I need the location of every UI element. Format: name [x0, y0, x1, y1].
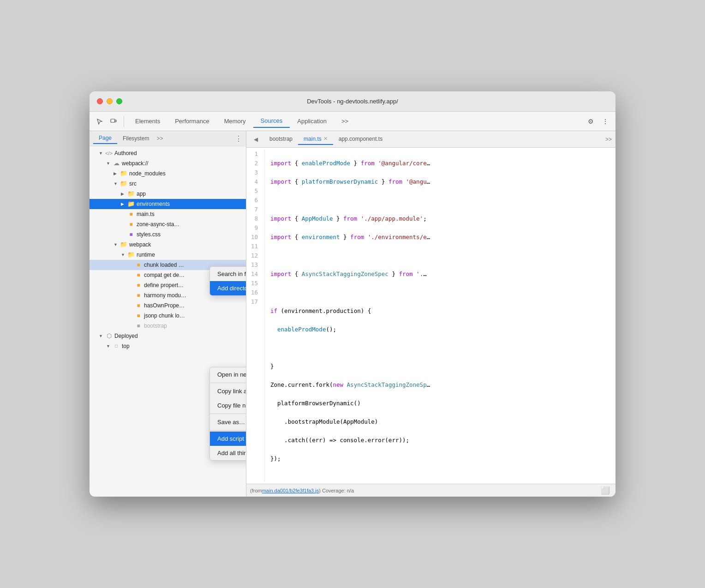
src-icon: 📁 — [120, 180, 127, 187]
tree-arrow-runtime: ▼ — [121, 252, 127, 257]
ctx-separator-3 — [210, 430, 246, 431]
panel-more-tabs[interactable]: >> — [156, 135, 163, 142]
deployed-label: Deployed — [114, 333, 138, 339]
maximize-button[interactable] — [116, 98, 122, 104]
ctx-copy-file-name[interactable]: Copy file name — [210, 398, 246, 413]
webpack-root-icon: ☁ — [113, 160, 120, 167]
cursor-icon[interactable] — [93, 115, 106, 128]
tree-item-runtime[interactable]: ▼ 📁 runtime — [90, 250, 246, 260]
devtools-window: DevTools - ng-devtools.netlify.app/ Elem… — [90, 91, 615, 497]
tree-item-webpack-root[interactable]: ▼ ☁ webpack:// — [90, 158, 246, 168]
runtime-label: runtime — [137, 252, 155, 258]
status-link[interactable]: main.da001/b2fe3f1fa3.js — [262, 488, 319, 493]
editor-tab-main-ts[interactable]: main.ts ✕ — [298, 134, 333, 145]
main-content: Page Filesystem >> ⋮ ▼ </> Authored ▼ ☁ … — [90, 131, 615, 497]
tree-item-src[interactable]: ▼ 📁 src — [90, 179, 246, 189]
node-modules-icon: 📁 — [120, 170, 127, 177]
device-icon[interactable] — [107, 115, 120, 128]
tab-elements[interactable]: Elements — [128, 115, 167, 127]
panel-tab-page[interactable]: Page — [93, 133, 117, 144]
authored-icon: </> — [105, 150, 113, 157]
tree-item-app[interactable]: ▶ 📁 app — [90, 189, 246, 199]
tab-application[interactable]: Application — [290, 115, 334, 127]
ctx-open-new-tab[interactable]: Open in new tab — [210, 367, 246, 382]
tree-item-authored[interactable]: ▼ </> Authored — [90, 148, 246, 158]
editor-tab-app-component[interactable]: app.component.ts — [333, 134, 388, 145]
compat-get-icon: ■ — [135, 271, 142, 279]
ctx-separator-2 — [210, 414, 246, 414]
tree-item-zone-async[interactable]: ■ zone-async-sta… — [90, 219, 246, 229]
status-text-after: ) Coverage: n/a — [319, 488, 354, 493]
top-icon: □ — [113, 342, 120, 350]
panel-options-icon[interactable]: ⋮ — [235, 134, 242, 143]
tree-arrow-webpack: ▼ — [106, 161, 113, 166]
close-button[interactable] — [97, 98, 103, 104]
ctx-add-all-third-party[interactable]: Add all third-party scripts to ignore li… — [210, 446, 246, 460]
deployed-icon: ⬡ — [105, 332, 113, 340]
code-content: import { enableProdMode } from '@angular… — [265, 150, 436, 482]
ctx-separator-1 — [210, 383, 246, 383]
styles-css-icon: ■ — [127, 231, 135, 238]
window-title: DevTools - ng-devtools.netlify.app/ — [307, 98, 398, 105]
tree-item-webpack-folder[interactable]: ▼ 📁 webpack — [90, 240, 246, 250]
panel-tab-filesystem[interactable]: Filesystem — [117, 133, 155, 144]
ctx-search-in-folder[interactable]: Search in folder — [210, 267, 246, 281]
harmony-mod-icon: ■ — [135, 292, 142, 299]
compat-get-label: compat get de… — [144, 272, 185, 278]
status-bar: (from main.da001/b2fe3f1fa3.js ) Coverag… — [246, 484, 615, 497]
editor-tab-main-ts-label: main.ts — [304, 136, 322, 142]
line-numbers: 1 2 3 4 5 6 7 8 9 10 11 12 13 14 15 16 1 — [246, 150, 265, 482]
ctx-add-script-to-ignore[interactable]: Add script to ignore list — [210, 432, 246, 446]
tree-arrow-app: ▶ — [121, 192, 127, 196]
svg-rect-1 — [115, 120, 116, 122]
minimize-button[interactable] — [107, 98, 113, 104]
authored-label: Authored — [114, 150, 137, 156]
app-icon: 📁 — [127, 190, 135, 198]
more-button[interactable]: ⋮ — [599, 115, 612, 128]
editor-tabs-more[interactable]: >> — [605, 136, 612, 143]
editor-tab-close-icon[interactable]: ✕ — [323, 136, 328, 141]
zone-async-icon: ■ — [127, 221, 135, 228]
nav-tabs: Elements Performance Memory Sources Appl… — [128, 114, 583, 128]
tree-item-node-modules[interactable]: ▶ 📁 node_modules — [90, 168, 246, 179]
src-label: src — [129, 180, 137, 187]
status-expand-icon[interactable]: ⬜ — [599, 484, 612, 497]
environments-icon: 📁 — [127, 200, 135, 208]
main-ts-label: main.ts — [137, 211, 155, 217]
svg-rect-0 — [111, 119, 115, 122]
tree-item-environments[interactable]: ▶ 📁 environments — [90, 199, 246, 209]
editor-tab-bootstrap-label: bootstrap — [269, 136, 293, 142]
settings-button[interactable]: ⚙ — [584, 115, 597, 128]
ctx-add-dir-to-ignore[interactable]: Add directory to ignore list — [210, 281, 246, 295]
panel-tabs: Page Filesystem >> ⋮ — [90, 131, 246, 146]
top-label: top — [122, 343, 130, 349]
zone-async-label: zone-async-sta… — [137, 221, 179, 228]
titlebar: DevTools - ng-devtools.netlify.app/ — [90, 91, 615, 112]
main-ts-icon: ■ — [127, 210, 135, 218]
app-label: app — [137, 191, 146, 197]
ctx-save-as[interactable]: Save as… — [210, 415, 246, 429]
tab-sources[interactable]: Sources — [253, 114, 290, 128]
chunk-loaded-label: chunk loaded … — [144, 262, 184, 268]
define-property-icon: ■ — [135, 282, 142, 289]
jsonp-chunk-label: jsonp chunk lo… — [144, 312, 185, 319]
tree-item-styles-css[interactable]: ■ styles.css — [90, 229, 246, 240]
context-menu-bottom: Open in new tab Copy link address Copy f… — [209, 367, 246, 461]
editor-nav-back[interactable]: ◀ — [250, 134, 261, 145]
code-editor[interactable]: 1 2 3 4 5 6 7 8 9 10 11 12 13 14 15 16 1 — [246, 148, 615, 484]
tab-performance[interactable]: Performance — [167, 115, 216, 127]
webpack-root-label: webpack:// — [122, 160, 148, 167]
tab-more[interactable]: >> — [334, 115, 356, 127]
status-text-before: (from — [250, 488, 262, 493]
tab-memory[interactable]: Memory — [217, 115, 253, 127]
tree-arrow-environments: ▶ — [121, 202, 127, 206]
editor-tab-bootstrap[interactable]: bootstrap — [264, 134, 298, 145]
webpack-folder-icon: 📁 — [120, 241, 127, 248]
jsonp-chunk-icon: ■ — [135, 312, 142, 319]
ctx-copy-link-address[interactable]: Copy link address — [210, 384, 246, 398]
tree-arrow-webpack-folder: ▼ — [114, 242, 120, 247]
environments-label: environments — [137, 201, 170, 207]
left-panel: Page Filesystem >> ⋮ ▼ </> Authored ▼ ☁ … — [90, 131, 246, 497]
bootstrap-file-icon: ■ — [135, 322, 142, 330]
tree-item-main-ts[interactable]: ■ main.ts — [90, 209, 246, 219]
